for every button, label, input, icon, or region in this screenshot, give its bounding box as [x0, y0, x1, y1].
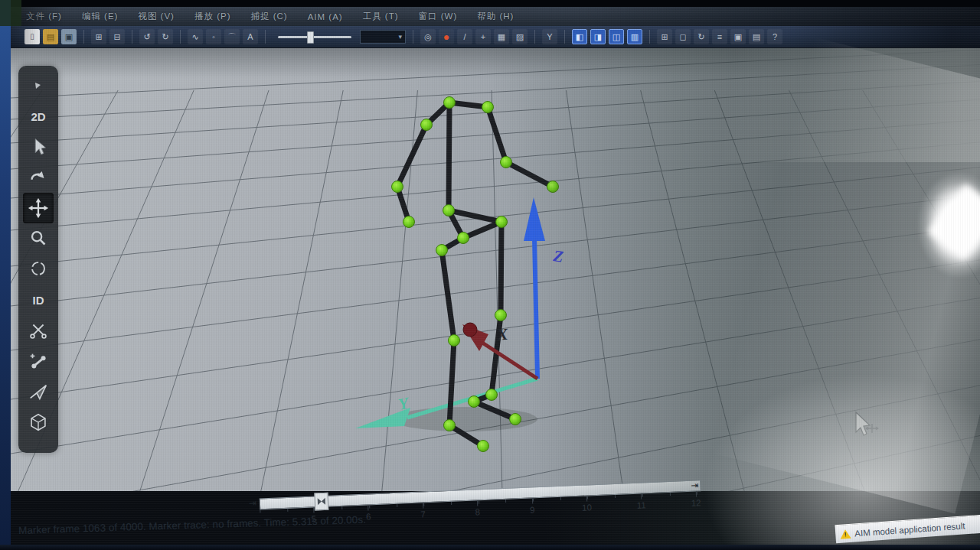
toolbar-separator: [180, 30, 181, 44]
orbit-tool[interactable]: [23, 254, 54, 285]
new-file-icon[interactable]: ▯: [24, 29, 40, 44]
bone-segment[interactable]: [449, 103, 449, 210]
axis-shaft: [534, 239, 537, 379]
range-start-icon[interactable]: ⇥: [249, 498, 257, 509]
select-tool[interactable]: [23, 132, 54, 162]
bone-segment[interactable]: [442, 250, 454, 340]
capture-icon[interactable]: ◎: [420, 29, 436, 44]
minor-tick: [697, 491, 697, 494]
view-2d-button[interactable]: ◨: [590, 29, 606, 44]
menu-item-7[interactable]: 工具 (T): [363, 11, 399, 22]
playback-speed-slider[interactable]: [278, 30, 351, 44]
bone-segment[interactable]: [397, 125, 426, 187]
minor-tick: [669, 493, 670, 496]
marker-dot[interactable]: [478, 441, 489, 452]
open-folder-icon[interactable]: ▤: [43, 29, 58, 44]
pen-icon[interactable]: /: [457, 29, 472, 44]
marker-dot[interactable]: [496, 216, 508, 228]
marker-dot[interactable]: [458, 233, 469, 244]
slider-thumb[interactable]: [307, 31, 314, 44]
view-3d-button[interactable]: ◧: [572, 29, 587, 44]
minor-tick: [533, 498, 534, 501]
bone-plus-icon: [27, 350, 50, 373]
collapse-panel-button[interactable]: [23, 70, 54, 101]
menu-item-6[interactable]: AIM (A): [308, 12, 343, 21]
refresh-icon[interactable]: ↻: [694, 29, 709, 44]
view-video-button[interactable]: ◫: [609, 29, 624, 44]
paper-plane-icon: [27, 380, 50, 403]
photo-background: [0, 0, 21, 26]
marker-dot[interactable]: [444, 97, 456, 109]
minor-tick: [560, 497, 561, 500]
view-analog-button[interactable]: ▥: [627, 29, 642, 44]
identify-tool[interactable]: ID: [23, 285, 54, 315]
help-icon[interactable]: ?: [767, 29, 782, 44]
window-single-icon[interactable]: ◻: [675, 29, 691, 44]
zoom-tool[interactable]: [23, 223, 54, 254]
list-icon[interactable]: ≡: [712, 29, 727, 44]
marker-dot[interactable]: [421, 119, 433, 131]
bone-segment[interactable]: [501, 222, 501, 315]
minor-tick: [260, 509, 260, 513]
snapshot-icon[interactable]: ▨: [512, 29, 528, 44]
slider-track: [278, 36, 351, 38]
minor-tick: [341, 506, 342, 509]
toolbar-separator: [132, 30, 132, 44]
range-end-icon[interactable]: ⇥: [691, 480, 699, 490]
cube-view-tool[interactable]: [23, 407, 54, 438]
gap-fill-icon[interactable]: ⌒: [224, 29, 240, 44]
trajectory-icon[interactable]: ∿: [188, 29, 203, 44]
undo-tool[interactable]: [23, 162, 54, 193]
menu-item-2[interactable]: 编辑 (E): [82, 11, 119, 22]
marker-dot[interactable]: [486, 389, 498, 401]
camera-icon[interactable]: ▣: [730, 29, 746, 44]
cut-trajectory-tool[interactable]: [23, 315, 54, 346]
marker-dot[interactable]: [469, 396, 480, 408]
marker-dot[interactable]: [482, 102, 494, 113]
minor-tick: [369, 505, 370, 508]
toolbar-separator: [564, 30, 565, 44]
menu-item-4[interactable]: 播放 (P): [194, 11, 231, 22]
window-split-icon[interactable]: ⊞: [657, 29, 672, 44]
menu-item-3[interactable]: 视图 (V): [138, 11, 175, 22]
timeline-playhead[interactable]: [314, 493, 328, 511]
marker-dot[interactable]: [444, 420, 456, 431]
grid-icon[interactable]: ▦: [494, 29, 509, 44]
save-icon[interactable]: ▣: [61, 29, 77, 44]
report-icon[interactable]: ▤: [749, 29, 764, 44]
marker-icon[interactable]: ◦: [206, 29, 221, 44]
menu-item-8[interactable]: 窗口 (W): [419, 11, 458, 22]
add-bone-tool[interactable]: [23, 346, 54, 376]
undo-icon[interactable]: ↺: [139, 29, 155, 44]
menu-item-9[interactable]: 帮助 (H): [477, 11, 514, 22]
export-icon[interactable]: ⊟: [109, 29, 125, 44]
redo-icon[interactable]: ↻: [158, 29, 173, 44]
tick-label: 9: [530, 505, 535, 514]
view-2d-toggle[interactable]: 2D: [23, 101, 54, 132]
marker-dot[interactable]: [510, 414, 521, 425]
toolbar-separator: [83, 30, 84, 44]
marker-dot[interactable]: [547, 181, 559, 193]
marker-dot[interactable]: [501, 157, 512, 168]
quick-label-tool[interactable]: [23, 376, 54, 407]
filter-icon[interactable]: Y: [542, 29, 557, 44]
marker-dot[interactable]: [495, 310, 507, 321]
minor-tick: [642, 493, 643, 496]
marker-dot[interactable]: [443, 205, 455, 216]
axis-arrowhead: [524, 197, 545, 241]
toolbar-separator: [413, 30, 413, 44]
record-icon[interactable]: ●: [439, 29, 454, 44]
measure-icon[interactable]: +: [475, 29, 491, 44]
marker-dot[interactable]: [392, 181, 403, 193]
marker-dot[interactable]: [436, 245, 448, 256]
marker-dot[interactable]: [449, 335, 460, 347]
speed-select[interactable]: ▾: [360, 30, 406, 44]
menu-item-1[interactable]: 文件 (F): [26, 11, 62, 22]
menu-item-5[interactable]: 捕捉 (C): [250, 11, 287, 22]
selected-marker[interactable]: [463, 323, 477, 337]
marker-dot[interactable]: [403, 216, 415, 228]
label-icon[interactable]: A: [243, 29, 258, 44]
cursor-arrow-icon: [856, 412, 870, 435]
import-icon[interactable]: ⊞: [91, 29, 106, 44]
translate-tool[interactable]: [23, 193, 54, 223]
